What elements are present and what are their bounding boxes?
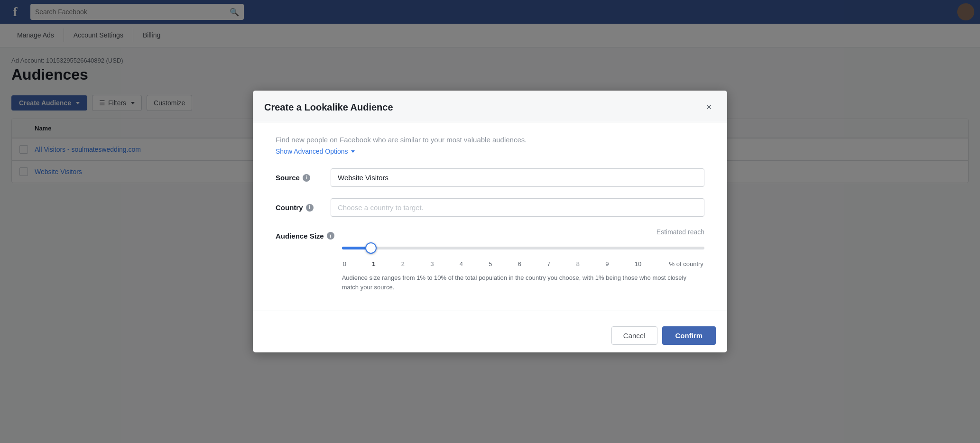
slider-label-1: 1	[372, 260, 375, 268]
slider-container[interactable]	[342, 240, 704, 257]
country-info-icon[interactable]: i	[306, 204, 314, 212]
slider-label-5: 5	[489, 260, 492, 268]
slider-label-2: 2	[401, 260, 405, 268]
slider-label-0: 0	[343, 260, 346, 268]
country-form-row: Country i	[276, 198, 704, 217]
modal-overlay: Create a Lookalike Audience × Find new p…	[0, 0, 980, 443]
slider-label-10: 10	[635, 260, 641, 268]
slider-label-3: 3	[430, 260, 434, 268]
source-form-row: Source i	[276, 168, 704, 187]
source-input[interactable]	[331, 168, 704, 187]
modal-description: Find new people on Facebook who are simi…	[276, 136, 704, 144]
estimated-reach-label: Estimated reach	[342, 228, 704, 236]
source-info-icon[interactable]: i	[303, 174, 310, 182]
slider-label-6: 6	[518, 260, 521, 268]
confirm-button[interactable]: Confirm	[662, 326, 716, 345]
source-label: Source i	[276, 174, 323, 182]
audience-info-text: Audience size ranges from 1% to 10% of t…	[342, 273, 704, 292]
modal-title: Create a Lookalike Audience	[264, 102, 393, 113]
modal-footer: Cancel Confirm	[253, 319, 727, 352]
advanced-options-chevron	[351, 150, 355, 153]
advanced-options-link[interactable]: Show Advanced Options	[276, 148, 355, 155]
modal-body: Find new people on Facebook who are simi…	[253, 122, 727, 311]
audience-size-label: Audience Size i	[276, 228, 334, 240]
advanced-options-label: Show Advanced Options	[276, 148, 348, 155]
audience-size-row: Audience Size i Estimated reach 0 1	[276, 228, 704, 292]
slider-percent-label: % of country	[669, 260, 703, 268]
cancel-button[interactable]: Cancel	[611, 326, 657, 345]
modal-close-button[interactable]: ×	[702, 100, 716, 114]
audience-size-info-icon[interactable]: i	[327, 232, 334, 240]
country-label: Country i	[276, 203, 323, 212]
modal-header: Create a Lookalike Audience ×	[253, 91, 727, 122]
slider-label-4: 4	[460, 260, 463, 268]
slider-label-9: 9	[605, 260, 609, 268]
slider-label-8: 8	[576, 260, 580, 268]
audience-slider-section: Estimated reach 0 1 2 3 4	[342, 228, 704, 292]
slider-labels: 0 1 2 3 4 5 6 7 8 9 10 % of country	[342, 260, 704, 268]
slider-label-7: 7	[547, 260, 550, 268]
lookalike-audience-modal: Create a Lookalike Audience × Find new p…	[253, 91, 727, 352]
modal-footer-divider	[253, 311, 727, 311]
country-input[interactable]	[331, 198, 704, 217]
